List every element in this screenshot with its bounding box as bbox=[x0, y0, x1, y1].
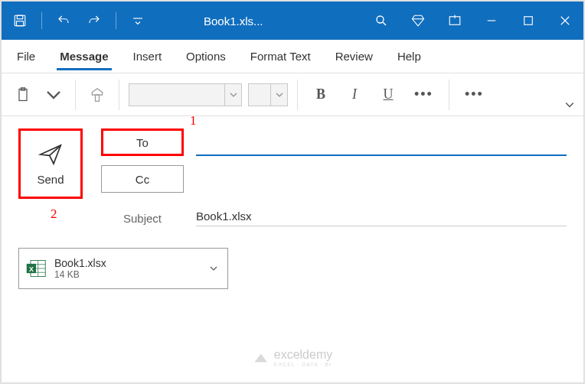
tab-message[interactable]: Message bbox=[57, 44, 111, 69]
tab-options[interactable]: Options bbox=[183, 44, 229, 69]
customize-qat-icon[interactable] bbox=[126, 8, 150, 33]
attachment-size: 14 KB bbox=[54, 269, 198, 280]
watermark: exceldemy EXCEL · DATA · BI bbox=[253, 348, 332, 367]
annotation-2: 2 bbox=[51, 207, 57, 222]
italic-button[interactable]: I bbox=[341, 81, 368, 109]
more-formatting-button[interactable]: ••• bbox=[408, 86, 439, 102]
paste-dropdown-icon[interactable] bbox=[41, 81, 66, 109]
send-label: Send bbox=[37, 173, 64, 186]
to-button[interactable]: To bbox=[101, 128, 184, 156]
svg-rect-14 bbox=[96, 95, 100, 101]
watermark-tagline: EXCEL · DATA · BI bbox=[274, 362, 332, 367]
maximize-icon[interactable] bbox=[510, 2, 547, 40]
tab-file[interactable]: File bbox=[14, 44, 38, 69]
undo-icon[interactable] bbox=[51, 8, 76, 33]
compose-header: Send 2 1 To Cc Subject Book1.xlsx bbox=[2, 116, 583, 239]
save-icon[interactable] bbox=[8, 8, 32, 33]
tab-format-text[interactable]: Format Text bbox=[247, 44, 314, 69]
svg-rect-9 bbox=[524, 17, 533, 25]
minimize-icon[interactable] bbox=[473, 2, 510, 40]
watermark-brand: exceldemy bbox=[274, 348, 332, 361]
annotation-1: 1 bbox=[190, 113, 197, 128]
close-icon[interactable] bbox=[547, 2, 583, 40]
subject-field[interactable]: Book1.xlsx bbox=[196, 210, 567, 226]
svg-point-4 bbox=[377, 16, 384, 23]
title-bar: Book1.xls... bbox=[2, 2, 583, 40]
bold-button[interactable]: B bbox=[307, 81, 335, 109]
ribbon-display-icon[interactable] bbox=[436, 2, 473, 40]
search-icon[interactable] bbox=[363, 2, 400, 40]
outlook-compose-window: Book1.xls... File Message Insert bbox=[0, 0, 585, 384]
attachment-chip[interactable]: X Book1.xlsx 14 KB bbox=[18, 248, 228, 289]
font-name-combo[interactable] bbox=[129, 83, 242, 106]
attachment-dropdown-icon[interactable] bbox=[206, 265, 221, 272]
chevron-down-icon bbox=[224, 84, 241, 106]
chevron-down-icon bbox=[270, 84, 287, 106]
logo-icon bbox=[253, 350, 270, 366]
ribbon-tabs: File Message Insert Options Format Text … bbox=[2, 40, 583, 73]
svg-line-5 bbox=[383, 22, 386, 25]
underline-button[interactable]: U bbox=[374, 81, 402, 109]
send-button[interactable]: Send bbox=[18, 128, 83, 199]
tab-insert[interactable]: Insert bbox=[130, 44, 165, 69]
font-size-combo[interactable] bbox=[248, 83, 288, 106]
collapse-ribbon-icon[interactable] bbox=[565, 99, 574, 112]
tab-review[interactable]: Review bbox=[332, 44, 376, 69]
tab-help[interactable]: Help bbox=[394, 44, 424, 69]
svg-rect-2 bbox=[17, 21, 24, 26]
attachment-name: Book1.xlsx bbox=[54, 257, 198, 269]
cc-button[interactable]: Cc bbox=[101, 165, 184, 193]
to-field[interactable] bbox=[196, 154, 567, 156]
window-title: Book1.xls... bbox=[204, 15, 263, 28]
more-commands-button[interactable]: ••• bbox=[459, 86, 490, 102]
subject-label: Subject bbox=[101, 212, 184, 225]
paper-plane-icon bbox=[38, 142, 63, 167]
svg-rect-1 bbox=[17, 15, 23, 19]
redo-icon[interactable] bbox=[82, 8, 106, 33]
ribbon-toolbar: B I U ••• ••• bbox=[2, 73, 583, 116]
svg-text:X: X bbox=[29, 265, 34, 273]
format-painter-icon[interactable] bbox=[85, 81, 109, 109]
paste-icon[interactable] bbox=[11, 81, 35, 109]
excel-file-icon: X bbox=[25, 258, 47, 279]
premium-icon[interactable] bbox=[400, 2, 436, 40]
